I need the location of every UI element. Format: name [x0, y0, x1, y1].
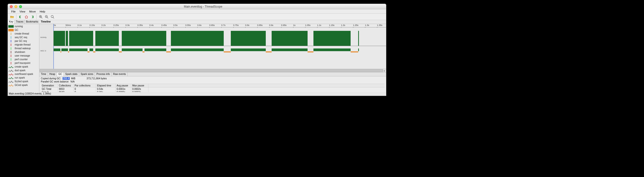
scrollbar-thumb[interactable] [40, 69, 383, 72]
legend-thread-wakeup: thread wakeup [8, 47, 39, 50]
last-button[interactable] [30, 14, 35, 20]
home-button[interactable] [24, 14, 29, 20]
legend-label: shutdown [15, 51, 25, 53]
timeline-chart[interactable]: 0s50ms0.1s0.15s0.2s0.25s0.3s0.35s0.4s0.4… [54, 24, 386, 72]
table-row[interactable]: GC Total665300.54s0.0001s0.0602s [41, 87, 384, 91]
timeline-body: Activity HEC 0 0s50ms0.1s0.15s0.2s0.25s0… [39, 24, 386, 72]
axis-tick: 1.3s [365, 24, 369, 27]
axis-tick: 0.35s [138, 24, 143, 27]
tab-spark-stats[interactable]: Spark stats [64, 72, 79, 76]
gced-spark-swatch [8, 84, 14, 86]
sidebar-tab-bookmarks[interactable]: Bookmarks [25, 20, 40, 24]
axis-tick: 0.9s [269, 24, 273, 27]
minimize-icon[interactable] [14, 5, 17, 8]
tab-process-info[interactable]: Process info [95, 72, 112, 76]
col-collections[interactable]: Collections [58, 84, 74, 87]
timeline-header: Timeline [39, 20, 386, 24]
axis-tick: 0.6s [197, 24, 202, 27]
legend-migrate-thread: migrate thread [8, 43, 39, 47]
tab-raw-events[interactable]: Raw events [112, 72, 128, 76]
legend-fizzled-spark: fizzled spark [8, 80, 39, 83]
gc-segment [308, 51, 314, 52]
close-icon[interactable] [10, 5, 13, 8]
legend-label: overflowed spark [15, 73, 33, 75]
first-button[interactable] [18, 14, 23, 20]
activity-segment [69, 31, 93, 46]
status-bar: Main.eventlog (100024 events, 1.388s) [8, 92, 386, 96]
perf-tracepoint-swatch [8, 62, 14, 64]
parallel-label: Parallel GC work balance: [41, 80, 69, 83]
col-max-pause[interactable]: Max pause [131, 84, 148, 87]
hec-running-segment [95, 49, 118, 51]
hec-running-segment [314, 49, 350, 51]
axis-tick: 1.15s [329, 24, 334, 27]
hec-running-segment [171, 49, 224, 51]
zoom-fit-button[interactable] [50, 14, 55, 20]
gc-segment [266, 51, 272, 52]
copied-bytes: 373,711,664 bytes [86, 77, 106, 80]
hec-running-segment [231, 49, 266, 51]
cell: GC Total [41, 87, 58, 91]
activity-segment [358, 31, 359, 46]
fizzled-spark-swatch [8, 80, 14, 83]
legend-seq-gc-req: seq GC req [8, 36, 39, 39]
tab-time[interactable]: Time [39, 72, 48, 76]
gc-segment [60, 51, 61, 52]
col-par-collections[interactable]: Par collections [74, 84, 96, 87]
tab-spark-sizes[interactable]: Spark sizes [79, 72, 95, 76]
open-button[interactable] [9, 14, 15, 20]
legend-perf-tracepoint: perf tracepoint [8, 61, 39, 65]
col-avg-pause[interactable]: Avg pause [116, 84, 131, 87]
hec-running-segment [54, 49, 60, 51]
axis-tick: 0.65s [209, 24, 215, 27]
axis-tick: 0.95s [281, 24, 286, 27]
horizontal-scrollbar[interactable]: ▸ [39, 69, 386, 72]
tab-heap[interactable]: Heap [48, 72, 57, 76]
sidebar-tab-key[interactable]: Key [8, 20, 15, 24]
legend-label: GC [15, 29, 18, 31]
legend-label: perf counter [15, 58, 28, 61]
sidebar-tab-traces[interactable]: Traces [15, 20, 25, 24]
tab-gc[interactable]: GC [57, 72, 64, 76]
titlebar[interactable]: Main.eventlog - ThreadScope [8, 4, 386, 9]
legend-label: GCed spark [15, 84, 28, 86]
gc-stats: Copied during GC: 356.4 MiB 373,711,664 … [39, 76, 386, 94]
menu-move[interactable]: Move [27, 10, 38, 14]
axis-tick: 0.25s [114, 24, 119, 27]
hec-running-segment [61, 49, 68, 51]
bottom-tabs: TimeHeapGCSpark statsSpark sizesProcess … [39, 72, 386, 76]
legend-label: migrate thread [15, 43, 30, 46]
legend-label: user message [15, 54, 30, 57]
track-label-hec0: HEC 0 [40, 50, 46, 52]
zoom-icon[interactable] [19, 5, 22, 8]
col-generation[interactable]: Generation [41, 84, 58, 87]
activity-segment [66, 31, 68, 46]
sidebar: Key Traces Bookmarks runningGCcreate thr… [8, 20, 39, 94]
toolbar [8, 14, 386, 20]
main-panel: Timeline Activity HEC 0 0s50ms0.1s0.15s0… [39, 20, 386, 94]
gc-segment [119, 51, 122, 52]
gc-segment [68, 51, 69, 52]
gc-segment [224, 51, 231, 52]
menu-file[interactable]: File [9, 10, 18, 14]
gc-segment [88, 51, 90, 52]
gc-swatch [8, 29, 14, 31]
axis-tick: 0.2s [102, 24, 106, 27]
col-elapsed[interactable]: Elapsed time [96, 84, 116, 87]
axis-tick: 1.25s [353, 24, 358, 27]
zoom-out-button[interactable] [44, 14, 50, 20]
axis-tick: 0.4s [150, 24, 154, 27]
zoom-in-button[interactable] [38, 14, 44, 20]
gc-segment [93, 51, 96, 52]
menu-help[interactable]: Help [38, 10, 47, 14]
perf-counter-swatch [8, 58, 14, 61]
migrate-thread-swatch [8, 44, 14, 46]
overflowed-spark-swatch [8, 73, 14, 75]
axis-tick: 0.1s [78, 24, 82, 27]
scrollbar-right-arrow-icon[interactable]: ▸ [383, 69, 386, 72]
legend-user-message: user message [8, 54, 39, 58]
menu-view[interactable]: View [18, 10, 28, 14]
axis-tick: 0.5s [173, 24, 178, 27]
legend-label: run spark [15, 76, 25, 79]
legend-create-spark: create spark [8, 65, 39, 69]
